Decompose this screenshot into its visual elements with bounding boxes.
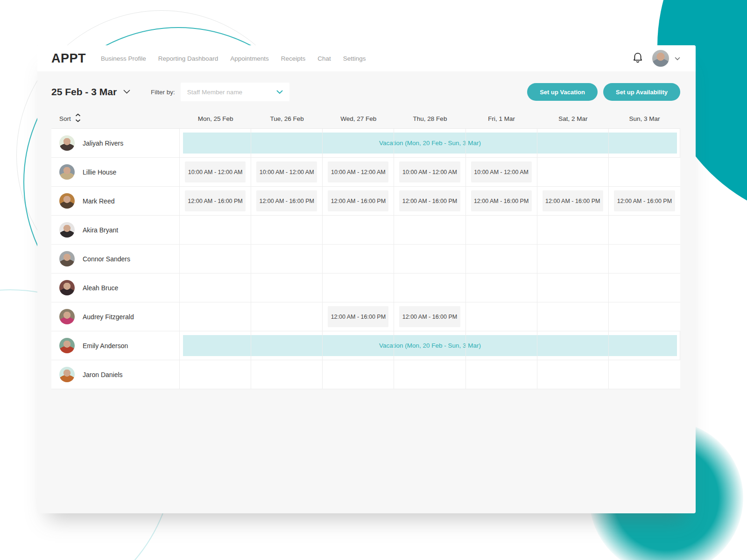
shift-chip[interactable]: 10:00 AM - 12:00 AM [399,161,460,182]
staff-cell: Jaliyah Rivers [51,129,180,157]
staff-avatar [59,309,75,324]
notifications-button[interactable] [633,52,643,65]
day-header: Fri, 1 Mar [466,115,537,122]
set-up-availability-button[interactable]: Set up Availability [603,83,680,101]
shift-chip[interactable]: 12:00 AM - 16:00 PM [543,190,603,211]
day-cell [537,216,609,244]
shift-chip[interactable]: 10:00 AM - 12:00 AM [328,161,388,182]
shift-chip[interactable]: 10:00 AM - 12:00 AM [256,161,317,182]
staff-avatar [59,193,75,209]
table-header-row: Sort Mon, 25 FebTue, 26 FebWed, 27 FebTh… [51,109,680,128]
day-cell [609,245,680,273]
day-header: Sun, 3 Mar [609,115,680,122]
day-cell [323,245,394,273]
day-header: Tue, 26 Feb [251,115,323,122]
day-cell [537,158,609,186]
staff-name: Jaron Daniels [83,371,123,378]
day-cell [609,129,680,157]
nav-links: Business ProfileReporting DashboardAppoi… [101,55,366,62]
day-cell [466,331,537,360]
staff-cell: Lillie House [51,158,180,186]
schedule-table: Sort Mon, 25 FebTue, 26 FebWed, 27 FebTh… [51,109,680,389]
day-cell [609,216,680,244]
day-header: Wed, 27 Feb [323,115,394,122]
day-cell: 12:00 AM - 16:00 PM [609,187,680,215]
shift-chip[interactable]: 12:00 AM - 16:00 PM [185,190,246,211]
table-row: Connor Sanders [51,245,680,273]
shift-chip[interactable]: 12:00 AM - 16:00 PM [614,190,675,211]
day-cell [394,331,465,360]
nav-item-receipts[interactable]: Receipts [281,55,306,62]
nav-item-business-profile[interactable]: Business Profile [101,55,146,62]
day-cell [251,216,323,244]
sort-control[interactable]: Sort [51,113,180,125]
day-cell: 12:00 AM - 16:00 PM [323,187,394,215]
staff-filter-dropdown[interactable]: Staff Member name [181,83,289,101]
day-cell [466,302,537,331]
day-cell [537,302,609,331]
day-cell [609,273,680,302]
shift-chip[interactable]: 10:00 AM - 12:00 AM [185,161,246,182]
day-cell: 12:00 AM - 16:00 PM [394,187,465,215]
day-cell [323,129,394,157]
day-cell [537,129,609,157]
day-cell [609,158,680,186]
app-card: APPT Business ProfileReporting Dashboard… [37,45,696,513]
shift-chip[interactable]: 12:00 AM - 16:00 PM [328,306,388,327]
date-range-selector[interactable]: 25 Feb - 3 Mar [51,86,130,98]
chevron-down-icon[interactable] [675,54,680,63]
day-cell [466,216,537,244]
day-cell: 10:00 AM - 12:00 AM [323,158,394,186]
staff-name: Connor Sanders [83,255,130,263]
day-cell [466,273,537,302]
filter-by-label: Filter by: [151,89,175,96]
bell-icon [633,52,643,65]
shift-chip[interactable]: 10:00 AM - 12:00 AM [471,161,532,182]
staff-name: Mark Reed [83,197,114,205]
nav-item-appointments[interactable]: Appointments [230,55,269,62]
day-cell [323,331,394,360]
day-cell [537,245,609,273]
day-header: Mon, 25 Feb [180,115,251,122]
day-cell: 10:00 AM - 12:00 AM [251,158,323,186]
staff-avatar [59,251,75,266]
nav-item-chat[interactable]: Chat [317,55,331,62]
day-cell: 12:00 AM - 16:00 PM [251,187,323,215]
set-up-vacation-button[interactable]: Set up Vacation [527,83,598,101]
day-cell [466,129,537,157]
day-cell: 12:00 AM - 16:00 PM [180,187,251,215]
staff-cell: Akira Bryant [51,216,180,244]
day-cell: 10:00 AM - 12:00 AM [466,158,537,186]
day-cell [180,216,251,244]
table-row: Mark Reed 12:00 AM - 16:00 PM 12:00 AM -… [51,187,680,216]
staff-name: Audrey Fitzgerald [83,313,134,321]
day-cell: 12:00 AM - 16:00 PM [394,302,465,331]
day-cell [609,331,680,360]
shift-chip[interactable]: 12:00 AM - 16:00 PM [328,190,388,211]
day-cell: 10:00 AM - 12:00 AM [180,158,251,186]
staff-cell: Connor Sanders [51,245,180,273]
day-cell [251,273,323,302]
day-cell: 12:00 AM - 16:00 PM [537,187,609,215]
staff-name: Lillie House [83,168,116,176]
nav-item-settings[interactable]: Settings [343,55,366,62]
day-cell [394,273,465,302]
toolbar: 25 Feb - 3 Mar Filter by: Staff Member n… [37,71,696,102]
top-nav: APPT Business ProfileReporting Dashboard… [37,45,696,71]
day-cell [394,129,465,157]
day-cell [537,360,609,389]
shift-chip[interactable]: 12:00 AM - 16:00 PM [399,190,460,211]
day-cell [466,360,537,389]
nav-item-reporting-dashboard[interactable]: Reporting Dashboard [158,55,218,62]
table-row: Akira Bryant [51,216,680,245]
day-header: Sat, 2 Mar [537,115,609,122]
shift-chip[interactable]: 12:00 AM - 16:00 PM [256,190,317,211]
day-cell [251,129,323,157]
shift-chip[interactable]: 12:00 AM - 16:00 PM [471,190,532,211]
shift-chip[interactable]: 12:00 AM - 16:00 PM [399,306,460,327]
day-cell [323,273,394,302]
sort-label: Sort [59,115,71,122]
staff-cell: Audrey Fitzgerald [51,302,180,331]
day-cell [537,331,609,360]
user-avatar[interactable] [652,50,669,67]
